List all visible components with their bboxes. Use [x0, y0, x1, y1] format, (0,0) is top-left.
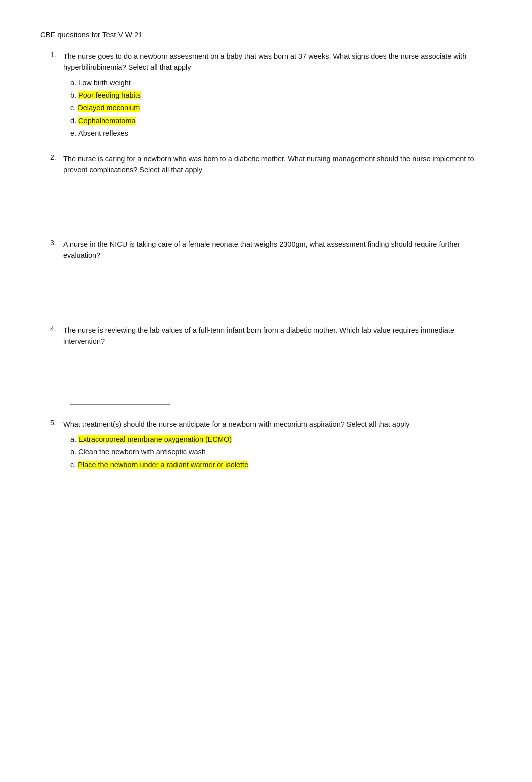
answer-text-5-2: Clean the newborn with antiseptic wash — [78, 448, 206, 456]
question-number-1: 1. — [50, 51, 59, 73]
answer-text-1-4: Cephalhematoma — [78, 117, 135, 125]
question-number-4: 4. — [50, 325, 59, 347]
section-divider — [70, 404, 170, 405]
answer-item-1-2: b.Poor feeding habits — [70, 90, 492, 101]
blank-answers-2 — [40, 180, 492, 225]
question-block-3: 3.A nurse in the NICU is taking care of … — [40, 239, 492, 311]
question-block-2: 2.The nurse is caring for a newborn who … — [40, 153, 492, 225]
answer-label-1-5: e. — [70, 129, 76, 137]
blank-answers-4 — [40, 351, 492, 396]
answer-item-5-3: c.Place the newborn under a radiant warm… — [70, 459, 492, 471]
answer-label-5-3: c. — [70, 461, 76, 469]
answer-label-5-1: a. — [70, 435, 76, 443]
answer-text-1-2: Poor feeding habits — [78, 91, 141, 99]
answer-item-1-1: a.Low birth weight — [70, 77, 492, 89]
answer-list-1: a.Low birth weightb.Poor feeding habitsc… — [40, 77, 492, 139]
answer-text-1-3: Delayed meconium — [78, 104, 140, 112]
answer-text-5-1: Extracorporeal membrane oxygenation (ECM… — [78, 435, 232, 443]
answer-item-1-3: c.Delayed meconium — [70, 102, 492, 114]
question-block-5: 5.What treatment(s) should the nurse ant… — [40, 419, 492, 471]
answer-text-5-3: Place the newborn under a radiant warmer… — [78, 461, 248, 469]
answer-item-5-2: b.Clean the newborn with antiseptic wash — [70, 446, 492, 458]
question-body-4: The nurse is reviewing the lab values of… — [63, 325, 492, 347]
blank-answers-3 — [40, 266, 492, 311]
question-block-4: 4.The nurse is reviewing the lab values … — [40, 325, 492, 405]
answer-label-1-2: b. — [70, 91, 76, 99]
answer-label-5-2: b. — [70, 448, 76, 456]
answer-label-1-3: c. — [70, 104, 76, 112]
answer-item-1-5: e.Absent reflexes — [70, 128, 492, 139]
question-body-2: The nurse is caring for a newborn who wa… — [63, 153, 492, 176]
question-body-1: The nurse goes to do a newborn assessmen… — [63, 51, 492, 73]
question-number-2: 2. — [50, 153, 59, 176]
answer-text-1-1: Low birth weight — [78, 79, 131, 87]
question-number-5: 5. — [50, 419, 59, 430]
question-body-5: What treatment(s) should the nurse antic… — [63, 419, 410, 430]
answer-item-1-4: d.Cephalhematoma — [70, 115, 492, 127]
answer-label-1-4: d. — [70, 117, 76, 125]
answer-item-5-1: a.Extracorporeal membrane oxygenation (E… — [70, 434, 492, 445]
answer-label-1-1: a. — [70, 79, 76, 87]
answer-text-1-5: Absent reflexes — [78, 129, 128, 137]
answer-list-5: a.Extracorporeal membrane oxygenation (E… — [40, 434, 492, 471]
question-number-3: 3. — [50, 239, 59, 262]
question-block-1: 1.The nurse goes to do a newborn assessm… — [40, 51, 492, 139]
page-title: CBF questions for Test V W 21 — [40, 30, 492, 39]
question-body-3: A nurse in the NICU is taking care of a … — [63, 239, 492, 262]
